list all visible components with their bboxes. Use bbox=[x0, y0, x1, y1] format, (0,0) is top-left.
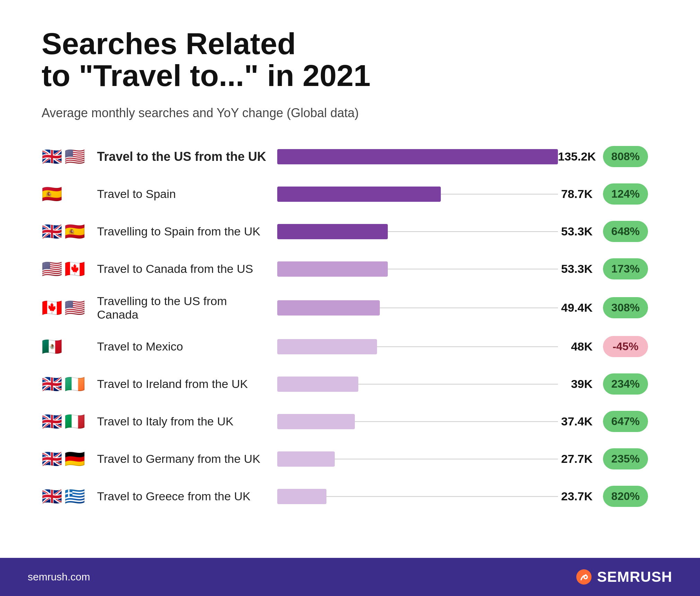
flag-emoji: 🇬🇧 bbox=[42, 376, 62, 392]
semrush-brand-text: SEMRUSH bbox=[597, 569, 672, 585]
flag-emoji: 🇮🇪 bbox=[64, 376, 85, 392]
main-content: Searches Related to "Travel to..." in 20… bbox=[0, 0, 700, 558]
semrush-icon bbox=[575, 568, 593, 586]
bar-fill bbox=[277, 414, 355, 429]
table-row: 🇺🇸🇨🇦Travel to Canada from the US53.3K173… bbox=[42, 257, 658, 281]
flags-col: 🇺🇸🇨🇦 bbox=[42, 261, 97, 277]
bar-fill bbox=[277, 224, 388, 239]
row-label: Travel to Italy from the UK bbox=[97, 415, 234, 428]
bar-col bbox=[277, 376, 558, 392]
table-row: 🇨🇦🇺🇸Travelling to the US from Canada49.4… bbox=[42, 294, 658, 321]
flags-col: 🇬🇧🇩🇪 bbox=[42, 451, 97, 467]
bar-col bbox=[277, 489, 558, 504]
row-label-col: Travel to Mexico bbox=[97, 340, 277, 353]
yoy-badge: 235% bbox=[603, 448, 648, 469]
bar-col bbox=[277, 261, 558, 277]
flag-emoji: 🇩🇪 bbox=[64, 451, 85, 467]
badge-col: 808% bbox=[603, 146, 658, 167]
yoy-badge: 808% bbox=[603, 146, 648, 167]
row-value: 48K bbox=[558, 340, 603, 353]
table-row: 🇪🇸Travel to Spain78.7K124% bbox=[42, 182, 658, 206]
bar-col bbox=[277, 149, 558, 165]
yoy-badge: 820% bbox=[603, 486, 648, 507]
row-value: 78.7K bbox=[558, 187, 603, 201]
table-row: 🇬🇧🇩🇪Travel to Germany from the UK27.7K23… bbox=[42, 447, 658, 471]
flag-emoji: 🇬🇧 bbox=[42, 148, 62, 165]
bar-col bbox=[277, 414, 558, 430]
yoy-badge: 234% bbox=[603, 373, 648, 395]
row-label: Travel to Germany from the UK bbox=[97, 452, 260, 465]
badge-col: 124% bbox=[603, 183, 658, 205]
table-row: 🇬🇧🇬🇷Travel to Greece from the UK23.7K820… bbox=[42, 484, 658, 509]
row-label-col: Travel to Germany from the UK bbox=[97, 452, 277, 466]
row-value: 27.7K bbox=[558, 452, 603, 466]
flags-col: 🇲🇽 bbox=[42, 338, 97, 355]
table-row: 🇬🇧🇺🇸Travel to the US from the UK135.2K80… bbox=[42, 145, 658, 169]
table-row: 🇬🇧🇪🇸Travelling to Spain from the UK53.3K… bbox=[42, 219, 658, 244]
flags-col: 🇬🇧🇮🇪 bbox=[42, 376, 97, 392]
chart-area: 🇬🇧🇺🇸Travel to the US from the UK135.2K80… bbox=[42, 145, 658, 509]
badge-col: 173% bbox=[603, 258, 658, 279]
bar-fill bbox=[277, 149, 558, 164]
flag-emoji: 🇺🇸 bbox=[64, 300, 85, 316]
bar-fill bbox=[277, 451, 335, 467]
yoy-badge: 124% bbox=[603, 183, 648, 205]
bar-col bbox=[277, 339, 558, 355]
footer: semrush.com SEMRUSH bbox=[0, 558, 700, 596]
bar-col bbox=[277, 451, 558, 467]
bar-fill bbox=[277, 261, 388, 277]
flag-emoji: 🇺🇸 bbox=[64, 148, 85, 165]
flag-emoji: 🇮🇹 bbox=[64, 413, 85, 430]
badge-col: 648% bbox=[603, 221, 658, 242]
badge-col: 647% bbox=[603, 411, 658, 432]
flag-emoji: 🇬🇧 bbox=[42, 488, 62, 505]
row-label-col: Travel to Ireland from the UK bbox=[97, 377, 277, 391]
row-label-col: Travel to Greece from the UK bbox=[97, 490, 277, 503]
flags-col: 🇪🇸 bbox=[42, 186, 97, 202]
row-label: Travel to Mexico bbox=[97, 340, 183, 353]
flag-emoji: 🇪🇸 bbox=[42, 186, 62, 202]
row-value: 53.3K bbox=[558, 262, 603, 276]
row-value: 23.7K bbox=[558, 490, 603, 503]
table-row: 🇬🇧🇮🇹Travel to Italy from the UK37.4K647% bbox=[42, 409, 658, 434]
yoy-badge: 647% bbox=[603, 411, 648, 432]
bar-fill bbox=[277, 187, 441, 202]
row-label-col: Travel to Spain bbox=[97, 187, 277, 201]
badge-col: 308% bbox=[603, 297, 658, 318]
page-title: Searches Related to "Travel to..." in 20… bbox=[42, 28, 658, 92]
row-label-col: Travelling to Spain from the UK bbox=[97, 225, 277, 238]
badge-col: 235% bbox=[603, 448, 658, 469]
row-value: 135.2K bbox=[558, 150, 603, 163]
subtitle: Average monthly searches and YoY change … bbox=[42, 106, 658, 120]
badge-col: 820% bbox=[603, 486, 658, 507]
flags-col: 🇬🇧🇪🇸 bbox=[42, 223, 97, 240]
table-row: 🇲🇽Travel to Mexico48K-45% bbox=[42, 335, 658, 359]
row-label-col: Travel to Italy from the UK bbox=[97, 415, 277, 428]
badge-col: 234% bbox=[603, 373, 658, 395]
row-label-col: Travel to Canada from the US bbox=[97, 262, 277, 276]
bar-col bbox=[277, 224, 558, 240]
bar-fill bbox=[277, 489, 326, 504]
row-value: 49.4K bbox=[558, 301, 603, 314]
badge-col: -45% bbox=[603, 336, 658, 357]
row-label: Travelling to Spain from the UK bbox=[97, 225, 260, 238]
bar-fill bbox=[277, 377, 358, 392]
row-label: Travel to Spain bbox=[97, 187, 176, 200]
row-label: Travel to Ireland from the UK bbox=[97, 377, 248, 390]
row-value: 37.4K bbox=[558, 415, 603, 428]
flag-emoji: 🇲🇽 bbox=[42, 338, 62, 355]
flag-emoji: 🇬🇷 bbox=[64, 488, 85, 505]
bar-col bbox=[277, 186, 558, 202]
flags-col: 🇬🇧🇬🇷 bbox=[42, 488, 97, 505]
flags-col: 🇬🇧🇮🇹 bbox=[42, 413, 97, 430]
semrush-logo: SEMRUSH bbox=[575, 568, 672, 586]
flags-col: 🇬🇧🇺🇸 bbox=[42, 148, 97, 165]
flags-col: 🇨🇦🇺🇸 bbox=[42, 300, 97, 316]
flag-emoji: 🇪🇸 bbox=[64, 223, 85, 240]
row-label: Travel to the US from the UK bbox=[97, 149, 266, 164]
flag-emoji: 🇬🇧 bbox=[42, 223, 62, 240]
yoy-badge: 173% bbox=[603, 258, 648, 279]
flag-emoji: 🇨🇦 bbox=[42, 300, 62, 316]
row-label: Travel to Canada from the US bbox=[97, 262, 253, 275]
flag-emoji: 🇺🇸 bbox=[42, 261, 62, 277]
